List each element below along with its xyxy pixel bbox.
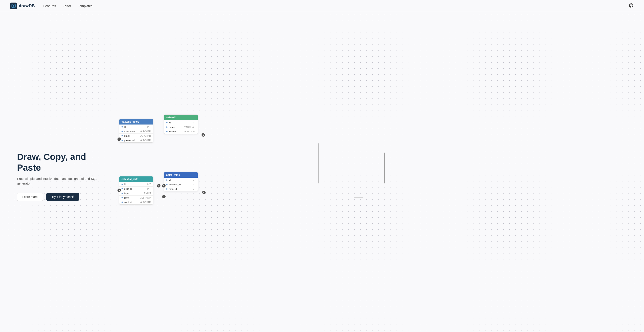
- table-row: id INT: [164, 178, 198, 182]
- logo-text: drawDB: [19, 4, 35, 8]
- table-asteroid: asteroid id INT name VARCHAR location VA…: [164, 114, 198, 134]
- table-row: email VARCHAR: [120, 134, 153, 138]
- table-header-galactic: galactic_users: [120, 119, 153, 124]
- field-type: TIMESTAMP: [138, 196, 151, 199]
- table-row: name VARCHAR: [164, 125, 198, 129]
- field-type: VARCHAR: [139, 139, 151, 142]
- conn-circle-asteroid-right: 1: [202, 133, 205, 137]
- field-dot: [166, 126, 168, 128]
- field-name: id: [169, 121, 182, 124]
- diagram-area: galactic_users id INT username VARCHAR e…: [119, 108, 627, 236]
- conn-circle-astro-dataid: 1: [162, 195, 166, 198]
- svg-point-1: [13, 5, 14, 6]
- github-icon[interactable]: [629, 5, 634, 9]
- conn-circle-astro-left: 0: [162, 184, 166, 188]
- field-name: location: [169, 130, 182, 133]
- field-dot: [122, 202, 123, 203]
- table-row: id INT: [164, 120, 198, 125]
- logo-icon: [10, 2, 17, 9]
- conn-circle-astro-right: 0: [202, 191, 206, 194]
- main-content: Draw, Copy, and Paste Free, simple, and …: [0, 12, 644, 332]
- field-type: VARCHAR: [184, 130, 196, 133]
- conn-circle-celestial-left: 0: [118, 188, 121, 192]
- field-type: INT: [139, 188, 151, 190]
- field-dot: [122, 126, 123, 128]
- field-dot: [122, 135, 123, 136]
- hero-title: Draw, Copy, and Paste: [17, 152, 106, 173]
- table-row: location VARCHAR: [164, 129, 198, 134]
- field-dot: [122, 192, 123, 194]
- field-type: ENUM: [139, 192, 151, 194]
- field-name: asteroid_id: [169, 183, 182, 186]
- field-type: INT: [139, 183, 151, 186]
- table-row: asteroid_id INT: [164, 182, 198, 187]
- field-dot: [166, 122, 168, 123]
- table-row: password VARCHAR: [120, 138, 153, 142]
- table-row: username VARCHAR: [120, 129, 153, 134]
- field-dot: [122, 131, 123, 132]
- field-dot: [166, 131, 168, 132]
- nav-links: Features Editor Templates: [44, 4, 92, 8]
- field-type: VARCHAR: [139, 134, 151, 137]
- field-dot: [122, 184, 123, 185]
- field-dot: [166, 184, 168, 185]
- field-type: VARCHAR: [139, 130, 151, 132]
- field-name: user_id: [124, 188, 138, 190]
- navbar: drawDB Features Editor Templates: [0, 0, 644, 12]
- field-dot: [166, 188, 168, 190]
- table-celestial-data: celestial_data id INT user_id INT type E…: [119, 176, 153, 204]
- field-dot: [166, 180, 168, 181]
- field-name: email: [124, 134, 138, 137]
- table-galactic-users: galactic_users id INT username VARCHAR e…: [119, 119, 153, 142]
- table-row: time TIMESTAMP: [120, 195, 153, 200]
- table-astro-mine: astro_mine id INT asteroid_id INT data_i…: [164, 172, 198, 191]
- field-name: id: [169, 179, 182, 181]
- field-type: VARCHAR: [139, 201, 151, 204]
- table-row: id INT: [120, 182, 153, 186]
- field-name: type: [124, 192, 138, 194]
- table-row: content VARCHAR: [120, 200, 153, 204]
- field-type: VARCHAR: [184, 126, 196, 128]
- table-row: user_id INT: [120, 186, 153, 191]
- try-it-button[interactable]: Try it for yourself: [46, 193, 79, 201]
- field-name: id: [124, 183, 138, 186]
- navbar-right: [629, 3, 634, 9]
- conn-circle-1: 1: [118, 138, 121, 141]
- table-row: id INT: [120, 124, 153, 129]
- table-row: type ENUM: [120, 191, 153, 195]
- hero-subtitle: Free, simple, and intuitive database des…: [17, 176, 106, 186]
- field-name: username: [124, 130, 138, 132]
- nav-templates[interactable]: Templates: [78, 4, 92, 8]
- field-name: time: [124, 196, 136, 199]
- field-type: INT: [184, 188, 196, 190]
- table-header-celestial: celestial_data: [120, 176, 153, 182]
- field-type: INT: [184, 121, 196, 124]
- field-name: id: [124, 126, 138, 128]
- field-dot: [122, 188, 123, 190]
- field-name: name: [169, 126, 182, 128]
- field-type: INT: [184, 179, 196, 181]
- field-type: INT: [184, 183, 196, 186]
- field-type: INT: [139, 126, 151, 128]
- nav-features[interactable]: Features: [44, 4, 56, 8]
- hero-section: Draw, Copy, and Paste Free, simple, and …: [17, 143, 106, 201]
- table-row: data_id INT: [164, 187, 198, 191]
- field-dot: [122, 197, 123, 198]
- conn-circle-celestial-right: 1: [157, 184, 160, 188]
- table-header-astro: astro_mine: [164, 172, 198, 178]
- field-name: content: [124, 201, 138, 204]
- field-name: data_id: [169, 188, 182, 190]
- field-dot: [122, 140, 123, 141]
- nav-editor[interactable]: Editor: [63, 4, 71, 8]
- field-name: password: [124, 139, 138, 142]
- learn-more-button[interactable]: Learn more: [17, 193, 43, 201]
- logo-link[interactable]: drawDB: [10, 2, 35, 9]
- hero-buttons: Learn more Try it for yourself: [17, 193, 106, 201]
- table-header-asteroid: asteroid: [164, 115, 198, 120]
